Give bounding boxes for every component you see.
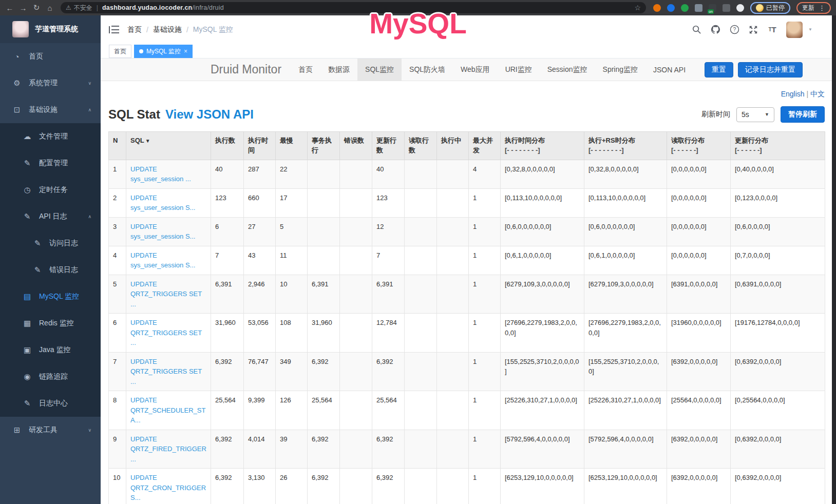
column-header-13[interactable]: 读取行分布[- - - - - -]	[667, 132, 731, 160]
column-header-7[interactable]: 更新行数	[372, 132, 405, 160]
browser-back-icon[interactable]: ←	[3, 4, 16, 12]
bookmark-star-icon[interactable]: ☆	[634, 4, 641, 12]
sidebar-item-4[interactable]: ✎配置管理	[0, 150, 101, 177]
sidebar-logo[interactable]: 芋道管理系统	[0, 15, 101, 43]
sidebar-item-13[interactable]: ✎日志中心	[0, 390, 101, 417]
sidebar-item-7[interactable]: ✎访问日志	[0, 230, 101, 257]
sidebar-item-0[interactable]: ◔首页	[0, 43, 101, 70]
druid-nav-item-3[interactable]: SQL防火墙	[402, 59, 453, 81]
font-size-icon[interactable]: TT	[767, 25, 777, 35]
column-header-0[interactable]: N	[109, 132, 126, 160]
sql-link[interactable]: UPDATE QRTZ_CRON_TRIGGERS...	[130, 474, 206, 501]
cell	[437, 188, 469, 217]
search-icon[interactable]	[691, 25, 701, 35]
extension-leaf-icon[interactable]	[723, 4, 730, 12]
tab-close-icon[interactable]: ×	[184, 48, 187, 54]
extension-orange-icon[interactable]	[653, 4, 661, 12]
druid-nav-item-0[interactable]: 首页	[291, 59, 320, 81]
cell: 1	[469, 275, 501, 314]
breadcrumb-item[interactable]: 首页	[127, 25, 142, 34]
extension-pin-icon[interactable]	[667, 4, 675, 12]
column-header-6[interactable]: 错误数	[340, 132, 372, 160]
browser-home-icon[interactable]: ⌂	[43, 4, 56, 12]
druid-nav-item-1[interactable]: 数据源	[320, 59, 357, 81]
druid-nav-item-6[interactable]: Session监控	[540, 59, 595, 81]
extension-puzzle-icon[interactable]	[736, 4, 744, 12]
lang-chinese-link[interactable]: 中文	[810, 90, 825, 98]
column-header-12[interactable]: 执行+RS时分布[- - - - - - - -]	[584, 132, 667, 160]
github-icon[interactable]	[710, 25, 720, 35]
cell: 5	[276, 217, 308, 246]
column-bucket-legend: [- - - - - - - -]	[505, 146, 580, 156]
column-header-10[interactable]: 最大并发	[469, 132, 501, 160]
column-header-2[interactable]: 执行数	[211, 132, 244, 160]
sidebar-item-label: 首页	[29, 52, 43, 61]
sidebar-item-1[interactable]: ⚙系统管理∨	[0, 70, 101, 96]
chrome-update-chip[interactable]: 更新 ⋮	[796, 2, 831, 14]
extension-green-icon[interactable]	[681, 4, 689, 12]
fullscreen-icon[interactable]	[748, 25, 758, 35]
sidebar-item-12[interactable]: ◉链路追踪	[0, 363, 101, 390]
chrome-menu-icon[interactable]: ⋮	[819, 4, 825, 12]
address-bar[interactable]: ⚠ 不安全 | dashboard.yudao.iocoder.cn/infra…	[61, 2, 646, 13]
pause-refresh-button[interactable]: 暂停刷新	[781, 106, 825, 123]
cell	[405, 246, 437, 275]
druid-button-0[interactable]: 重置	[705, 62, 733, 77]
lang-english-link[interactable]: English	[781, 90, 805, 98]
sql-link[interactable]: UPDATE QRTZ_TRIGGERS SET ...	[130, 280, 202, 308]
column-header-11[interactable]: 执行时间分布[- - - - - - - -]	[501, 132, 584, 160]
cell: 3,130	[244, 469, 276, 504]
druid-nav-item-2[interactable]: SQL监控	[357, 59, 402, 81]
sql-link[interactable]: UPDATE QRTZ_TRIGGERS SET ...	[130, 319, 202, 346]
column-header-5[interactable]: 事务执行	[308, 132, 340, 160]
column-header-1[interactable]: SQL▼	[126, 132, 211, 160]
refresh-interval-select[interactable]: 5s ▼	[736, 107, 774, 122]
column-header-3[interactable]: 执行时间	[244, 132, 276, 160]
column-header-8[interactable]: 读取行数	[405, 132, 437, 160]
druid-nav-item-7[interactable]: Spring监控	[595, 59, 645, 81]
sql-link[interactable]: UPDATE sys_user_session S...	[130, 251, 195, 269]
sidebar-item-10[interactable]: ▦Redis 监控	[0, 310, 101, 337]
sql-link[interactable]: UPDATE sys_user_session S...	[130, 223, 195, 241]
update-label: 更新	[802, 4, 814, 12]
sidebar-item-14[interactable]: ⊞研发工具∨	[0, 417, 101, 443]
druid-nav-item-4[interactable]: Web应用	[453, 59, 498, 81]
avatar-caret-icon[interactable]: ▼	[808, 27, 812, 32]
hamburger-icon[interactable]	[109, 26, 119, 34]
extension-on-icon[interactable]: on	[709, 4, 716, 12]
page-scrollbar[interactable]	[832, 15, 836, 504]
sidebar-item-11[interactable]: ▣Java 监控	[0, 337, 101, 363]
column-header-14[interactable]: 更新行分布[- - - - - -]	[731, 132, 825, 160]
druid-button-1[interactable]: 记录日志并重置	[738, 62, 803, 77]
cell: [5792,596,4,0,0,0,0,0]	[501, 430, 584, 469]
cell: 6,391	[308, 275, 340, 314]
breadcrumb-item[interactable]: 基础设施	[153, 25, 182, 34]
column-header-9[interactable]: 执行中	[437, 132, 469, 160]
sql-link[interactable]: UPDATE QRTZ_FIRED_TRIGGER...	[130, 435, 206, 463]
user-avatar[interactable]	[786, 22, 803, 38]
profile-chip[interactable]: 已暂停	[750, 2, 790, 14]
druid-brand[interactable]: Druid Monitor	[211, 63, 291, 76]
sql-link[interactable]: UPDATE sys_user_session S...	[130, 194, 195, 212]
druid-nav-item-5[interactable]: URI监控	[498, 59, 540, 81]
sidebar-item-5[interactable]: ◷定时任务	[0, 177, 101, 203]
browser-reload-icon[interactable]: ↻	[30, 3, 43, 12]
sidebar-item-3[interactable]: ☁文件管理	[0, 123, 101, 150]
sql-link[interactable]: UPDATE QRTZ_TRIGGERS SET ...	[130, 358, 202, 385]
sql-link[interactable]: UPDATE QRTZ_SCHEDULER_STA...	[130, 396, 205, 424]
sql-link[interactable]: UPDATE sys_user_session ...	[130, 165, 191, 183]
druid-nav-item-8[interactable]: JSON API	[645, 59, 693, 81]
tab-1[interactable]: MySQL 监控×	[134, 45, 193, 58]
column-label: 最大并发	[473, 137, 493, 154]
sidebar-item-8[interactable]: ✎错误日志	[0, 257, 101, 283]
view-json-api-link[interactable]: View JSON API	[165, 107, 254, 122]
select-caret-icon: ▼	[765, 112, 769, 117]
browser-forward-icon[interactable]: →	[16, 4, 30, 12]
sidebar-item-6[interactable]: ✎API 日志∧	[0, 203, 101, 230]
extension-squares-icon[interactable]	[695, 4, 702, 12]
sidebar-item-2[interactable]: ⊡基础设施∧	[0, 96, 101, 123]
tab-0[interactable]: 首页	[109, 45, 131, 58]
sidebar-item-9[interactable]: ▤MySQL 监控	[0, 283, 101, 310]
help-icon[interactable]: ?	[729, 25, 739, 35]
column-header-4[interactable]: 最慢	[276, 132, 308, 160]
